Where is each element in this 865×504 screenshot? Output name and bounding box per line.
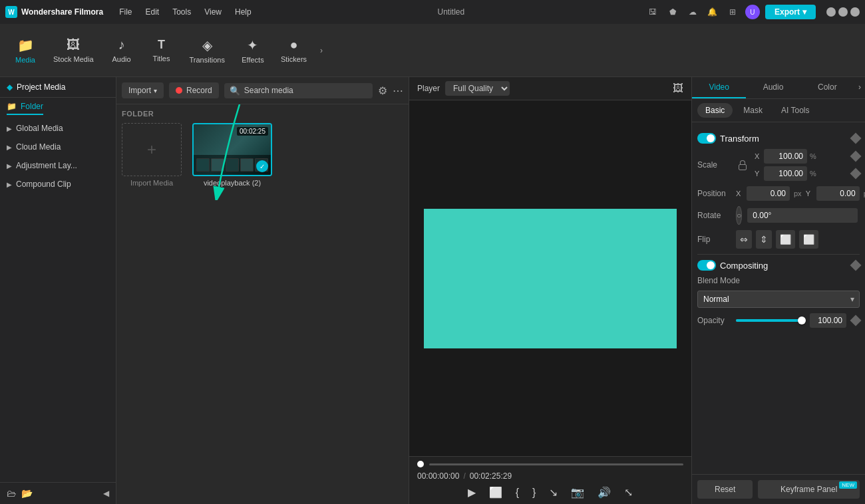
transform-keyframe-icon[interactable] — [850, 133, 862, 144]
panel-collapse-icon[interactable]: ◀ — [103, 489, 109, 498]
tool-titles[interactable]: T Titles — [142, 34, 182, 66]
player-buttons: ▶ ⬜ { } ↘ 📷 🔊 ⤡ — [417, 485, 683, 500]
compositing-keyframe-icon[interactable] — [850, 260, 862, 271]
subtab-ai-tools[interactable]: AI Tools — [773, 103, 817, 118]
transform-toggle[interactable] — [697, 133, 716, 144]
app-name: Wondershare Filmora — [21, 7, 103, 17]
opacity-slider[interactable] — [736, 319, 804, 322]
audio-button[interactable]: 🔊 — [595, 485, 613, 500]
effects-icon: ✦ — [247, 37, 258, 53]
tool-media[interactable]: 📁 Media — [5, 33, 45, 68]
player-snapshot-icon[interactable]: 🖼 — [673, 82, 683, 94]
menu-help[interactable]: Help — [230, 6, 257, 18]
subtab-basic[interactable]: Basic — [697, 103, 733, 118]
import-button[interactable]: Import ▾ — [122, 82, 164, 98]
flip-vertical-button[interactable]: ⇕ — [756, 230, 772, 249]
sidebar-item-global-media[interactable]: ▶ Global Media — [0, 119, 116, 138]
folder-icon: 📁 — [7, 102, 17, 111]
sidebar-item-compound-clip[interactable]: ▶ Compound Clip — [0, 175, 116, 193]
toolbar-expand-button[interactable]: › — [317, 43, 325, 58]
plus-icon: + — [147, 140, 156, 159]
out-point-button[interactable]: } — [530, 485, 538, 500]
fullscreen-button[interactable]: ⬜ — [486, 485, 505, 500]
tab-audio[interactable]: Audio — [746, 77, 800, 98]
subtab-mask[interactable]: Mask — [735, 103, 771, 118]
import-media-add[interactable]: + — [122, 123, 182, 176]
reset-button[interactable]: Reset — [697, 480, 753, 499]
opacity-thumb[interactable] — [798, 316, 806, 324]
progress-track[interactable] — [429, 463, 683, 465]
import-media-item[interactable]: + Import Media — [122, 123, 182, 187]
scale-y-input[interactable] — [764, 166, 807, 181]
add-subfolder-icon[interactable]: 📂 — [21, 488, 33, 499]
lock-box — [739, 164, 747, 170]
sidebar-item-cloud-media[interactable]: ▶ Cloud Media — [0, 138, 116, 156]
rotate-keyframe-icon[interactable] — [860, 213, 865, 218]
cloud-media-label: Cloud Media — [16, 142, 61, 152]
tool-effects[interactable]: ✦ Effects — [233, 33, 273, 68]
flip-diagonal1-button[interactable]: ⬜ — [776, 230, 795, 249]
menu-file[interactable]: File — [114, 6, 137, 18]
scale-y-keyframe-icon[interactable] — [850, 168, 862, 180]
tab-color[interactable]: Color — [800, 77, 854, 98]
cloud-icon[interactable]: ☁ — [685, 5, 700, 19]
folder-button[interactable]: 📁 Folder — [7, 102, 43, 115]
minimize-button[interactable] — [826, 7, 836, 17]
close-button[interactable] — [850, 7, 860, 17]
quality-select[interactable]: Full Quality — [445, 81, 510, 96]
progress-dot[interactable] — [417, 461, 424, 467]
sidebar-item-adjustment-layer[interactable]: ▶ Adjustment Lay... — [0, 156, 116, 175]
position-x-input[interactable] — [747, 186, 790, 201]
tool-transitions[interactable]: ◈ Transitions — [182, 33, 233, 68]
stock-media-icon: 🖼 — [67, 37, 80, 53]
share-icon[interactable]: ⬟ — [665, 5, 680, 19]
tool-audio[interactable]: ♪ Audio — [102, 33, 142, 67]
user-avatar[interactable]: U — [745, 5, 760, 19]
main-toolbar: 📁 Media 🖼 Stock Media ♪ Audio T Titles ◈… — [0, 24, 865, 77]
export-button[interactable]: Export ▾ — [765, 5, 816, 19]
keyframe-panel-button[interactable]: Keyframe Panel NEW — [758, 480, 860, 499]
scale-label: Scale — [697, 160, 731, 170]
rotate-input[interactable] — [747, 208, 858, 223]
notify-icon[interactable]: 🔔 — [705, 5, 720, 19]
blend-mode-select[interactable]: Normal Multiply Screen Overlay — [697, 291, 860, 308]
in-point-button[interactable]: { — [513, 485, 522, 500]
lock-icon[interactable] — [736, 160, 749, 170]
filter-icon[interactable]: ⚙ — [378, 84, 387, 97]
compositing-toggle[interactable] — [697, 260, 716, 271]
add-folder-icon[interactable]: 🗁 — [7, 488, 16, 499]
voiceover-button[interactable]: ↘ — [546, 485, 560, 500]
tool-stickers[interactable]: ● Stickers — [273, 33, 315, 67]
progress-bar[interactable] — [417, 461, 683, 467]
tab-video[interactable]: Video — [692, 77, 746, 98]
tabs-expand-icon[interactable]: › — [854, 77, 865, 98]
media-thumb-item[interactable]: 00:02:25 ✓ videoplayback (2) — [192, 123, 272, 187]
flip-horizontal-button[interactable]: ⇔ — [736, 230, 752, 249]
scale-x-input[interactable] — [764, 149, 807, 164]
scale-inputs: X % Y % — [755, 149, 860, 181]
more-icon[interactable]: ⋯ — [393, 84, 403, 97]
menu-view[interactable]: View — [199, 6, 227, 18]
menu-tools[interactable]: Tools — [167, 6, 196, 18]
snapshot-button[interactable]: 📷 — [568, 485, 587, 500]
media-thumbnail[interactable]: 00:02:25 ✓ — [192, 123, 272, 176]
record-button[interactable]: Record — [169, 82, 219, 98]
position-y-input[interactable] — [816, 186, 860, 201]
tool-stock-media[interactable]: 🖼 Stock Media — [45, 33, 102, 67]
save-icon[interactable]: 🖫 — [645, 5, 660, 19]
flip-diagonal2-button[interactable]: ⬜ — [799, 230, 818, 249]
window-title: Untitled — [267, 7, 635, 17]
apps-icon[interactable]: ⊞ — [725, 5, 740, 19]
scale-x-keyframe-icon[interactable] — [850, 151, 862, 162]
play-button[interactable]: ▶ — [465, 485, 478, 500]
opacity-keyframe-icon[interactable] — [850, 315, 862, 326]
audio-icon: ♪ — [118, 37, 125, 53]
collapse-icon[interactable]: ◆ — [7, 82, 13, 92]
maximize-button[interactable] — [838, 7, 848, 17]
pip-button[interactable]: ⤡ — [621, 485, 635, 500]
rotate-dial[interactable]: ○ — [736, 206, 742, 225]
opacity-input[interactable] — [810, 313, 846, 328]
position-inputs: X px Y px — [736, 186, 865, 201]
menu-edit[interactable]: Edit — [140, 6, 164, 18]
search-input[interactable] — [244, 86, 367, 95]
